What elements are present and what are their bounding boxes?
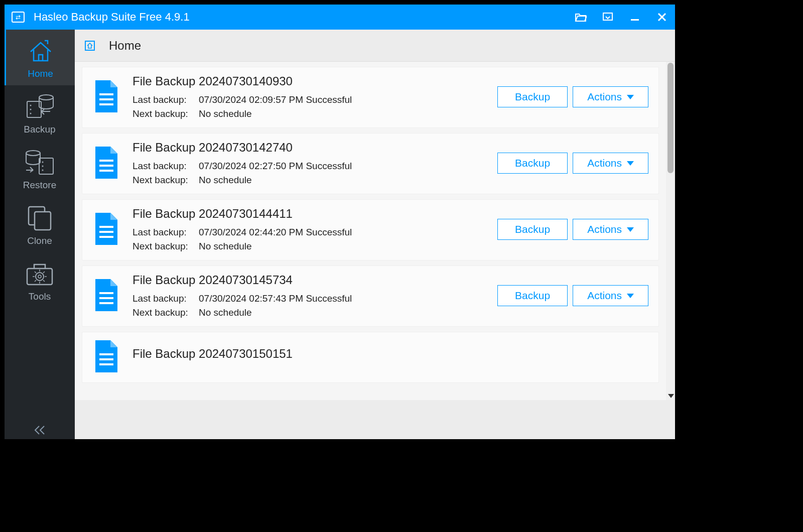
svg-point-6 (39, 95, 53, 100)
window-controls (575, 11, 668, 23)
task-title: File Backup 20240730150151 (132, 347, 648, 361)
breadcrumb: Home (75, 30, 675, 62)
svg-point-9 (42, 162, 44, 163)
svg-rect-18 (99, 98, 113, 100)
task-card: File Backup 20240730142740 Last backup: … (82, 133, 659, 194)
svg-point-11 (42, 170, 44, 171)
last-backup-value: 07/30/2024 02:57:43 PM Successful (199, 293, 352, 304)
restore-down-button[interactable] (602, 11, 614, 23)
sidebar-item-tools[interactable]: Tools (5, 252, 75, 308)
last-backup-label: Last backup: (132, 161, 193, 172)
task-card: File Backup 20240730140930 Last backup: … (82, 67, 659, 128)
sidebar-item-backup[interactable]: Backup (5, 85, 75, 141)
task-info: File Backup 20240730140930 Last backup: … (132, 74, 485, 119)
sidebar: Home Backup Restore Clone (5, 30, 75, 439)
last-backup-value: 07/30/2024 02:09:57 PM Successful (199, 94, 352, 105)
task-title: File Backup 20240730142740 (132, 141, 485, 155)
svg-point-5 (30, 113, 32, 114)
next-backup-row: Next backup: No schedule (132, 108, 485, 119)
task-info: File Backup 20240730142740 Last backup: … (132, 141, 485, 186)
svg-rect-13 (35, 212, 51, 230)
actions-button[interactable]: Actions (573, 285, 648, 306)
svg-rect-29 (99, 353, 113, 355)
actions-button-label: Actions (587, 223, 622, 235)
app-title: Hasleo Backup Suite Free 4.9.1 (34, 11, 575, 24)
task-card: File Backup 20240730150151 Last backup: … (82, 332, 659, 383)
svg-rect-24 (99, 231, 113, 233)
task-buttons: Backup Actions (497, 219, 648, 240)
close-button[interactable] (656, 11, 668, 23)
home-icon (26, 37, 56, 64)
svg-point-3 (30, 105, 32, 106)
last-backup-label: Last backup: (132, 227, 193, 238)
sidebar-collapse-button[interactable] (34, 425, 45, 435)
task-buttons: Backup Actions (497, 153, 648, 174)
svg-rect-1 (631, 19, 639, 21)
svg-rect-8 (39, 158, 53, 174)
backup-button[interactable]: Backup (497, 285, 568, 306)
sidebar-item-restore[interactable]: Restore (5, 141, 75, 197)
svg-rect-27 (99, 297, 113, 299)
last-backup-label: Last backup: (132, 293, 193, 304)
task-buttons: Backup Actions (497, 86, 648, 107)
backup-button[interactable]: Backup (497, 153, 568, 174)
svg-rect-31 (99, 363, 113, 365)
last-backup-value: 07/30/2024 02:44:20 PM Successful (199, 227, 352, 238)
next-backup-value: No schedule (199, 307, 252, 318)
svg-point-16 (38, 275, 41, 278)
next-backup-label: Next backup: (132, 307, 193, 318)
scrollbar-down-arrow-icon[interactable] (668, 394, 674, 398)
chevron-down-icon (627, 95, 634, 99)
svg-rect-20 (99, 160, 113, 162)
chevron-down-icon (627, 227, 634, 232)
next-backup-row: Next backup: No schedule (132, 307, 485, 318)
task-card: File Backup 20240730145734 Last backup: … (82, 265, 659, 327)
backup-button-label: Backup (515, 157, 550, 169)
sidebar-item-label: Backup (24, 124, 55, 135)
svg-rect-25 (99, 236, 113, 238)
next-backup-row: Next backup: No schedule (132, 241, 485, 252)
svg-rect-22 (99, 170, 113, 172)
actions-button[interactable]: Actions (573, 219, 648, 240)
actions-button[interactable]: Actions (573, 86, 648, 107)
task-list: File Backup 20240730140930 Last backup: … (75, 62, 666, 400)
sidebar-item-clone[interactable]: Clone (5, 197, 75, 252)
backup-button[interactable]: Backup (497, 219, 568, 240)
minimize-button[interactable] (629, 11, 641, 23)
sidebar-item-label: Restore (23, 180, 57, 191)
clone-icon (25, 204, 55, 231)
actions-button[interactable]: Actions (573, 153, 648, 174)
backup-icon (22, 92, 57, 120)
backup-button-label: Backup (515, 223, 550, 235)
svg-point-7 (26, 151, 40, 156)
sidebar-item-label: Clone (27, 235, 52, 246)
open-folder-button[interactable] (575, 11, 587, 23)
svg-rect-26 (99, 292, 113, 294)
content-area: Home File Backup 20240730140930 Last bac… (75, 30, 675, 439)
task-buttons: Backup Actions (497, 285, 648, 306)
vertical-scrollbar[interactable] (666, 62, 675, 400)
file-icon (92, 278, 120, 313)
chevron-down-icon (627, 161, 634, 166)
svg-point-4 (30, 109, 32, 110)
backup-button-label: Backup (515, 91, 550, 103)
file-icon (92, 146, 120, 181)
titlebar: ⇄ Hasleo Backup Suite Free 4.9.1 (5, 5, 675, 30)
task-list-area: File Backup 20240730140930 Last backup: … (75, 62, 675, 400)
svg-point-15 (36, 273, 44, 281)
next-backup-value: No schedule (199, 108, 252, 119)
sidebar-item-home[interactable]: Home (5, 30, 75, 85)
app-logo-icon: ⇄ (12, 12, 25, 23)
next-backup-label: Next backup: (132, 241, 193, 252)
scrollbar-thumb[interactable] (667, 63, 674, 173)
last-backup-row: Last backup: 07/30/2024 02:57:43 PM Succ… (132, 293, 485, 304)
backup-button[interactable]: Backup (497, 86, 568, 107)
file-icon (92, 79, 120, 114)
actions-button-label: Actions (587, 157, 622, 169)
last-backup-value: 07/30/2024 02:27:50 PM Successful (199, 161, 352, 172)
last-backup-row: Last backup: 07/30/2024 02:27:50 PM Succ… (132, 161, 485, 172)
breadcrumb-home-icon[interactable] (85, 41, 95, 51)
next-backup-value: No schedule (199, 175, 252, 186)
task-info: File Backup 20240730145734 Last backup: … (132, 273, 485, 318)
svg-rect-19 (99, 103, 113, 105)
